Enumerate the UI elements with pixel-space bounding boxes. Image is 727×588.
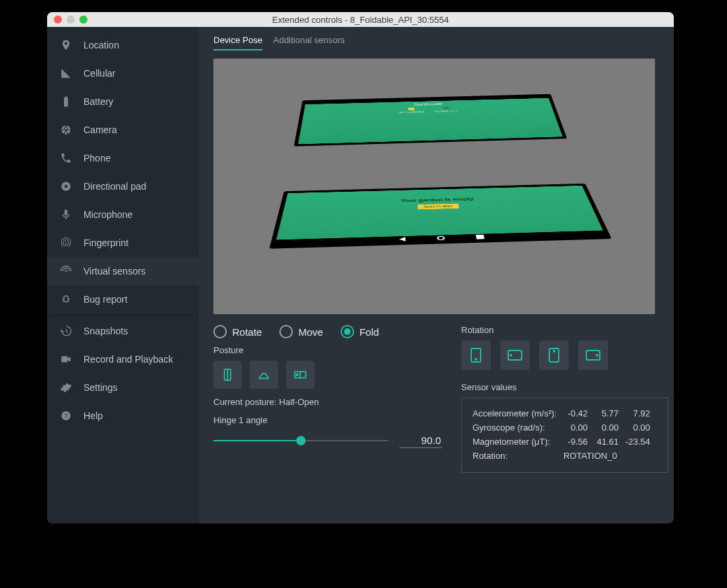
sidebar-item-dpad[interactable]: Directional pad	[47, 172, 199, 200]
sensor-icon	[59, 264, 73, 278]
posture-label: Posture	[213, 345, 442, 355]
signal-icon	[59, 67, 73, 80]
bug-icon	[59, 293, 73, 306]
svg-point-12	[475, 359, 477, 360]
sidebar-item-bug-report[interactable]: Bug report	[47, 285, 199, 314]
sidebar-item-battery[interactable]: Battery	[47, 87, 199, 116]
sidebar-item-label: Help	[83, 410, 103, 421]
help-icon: ?	[59, 409, 73, 422]
mode-fold-radio[interactable]: Fold	[341, 325, 379, 338]
sidebar-item-label: Location	[83, 40, 119, 50]
svg-point-16	[553, 351, 555, 352]
posture-closed-button[interactable]	[213, 361, 242, 389]
sidebar-item-microphone[interactable]: Microphone	[47, 200, 199, 229]
sidebar-item-help[interactable]: ? Help	[47, 402, 199, 430]
device-add-plant-button: ADD PLANT	[418, 204, 459, 210]
sidebar-item-label: Bug report	[83, 294, 127, 305]
sidebar-item-label: Snapshots	[83, 326, 128, 336]
posture-flat-button[interactable]	[286, 361, 314, 389]
titlebar: Extended controls - 8_Foldable_API_30:55…	[47, 12, 674, 27]
sidebar-item-record-playback[interactable]: Record and Playback	[47, 345, 199, 373]
tab-additional-sensors[interactable]: Additional sensors	[273, 35, 345, 50]
svg-text:?: ?	[64, 412, 67, 419]
svg-point-2	[65, 185, 68, 188]
dpad-icon	[59, 180, 73, 193]
sidebar-item-virtual-sensors[interactable]: Virtual sensors	[47, 257, 199, 285]
hinge-angle-label: Hinge 1 angle	[213, 415, 442, 425]
main-panel: Device Pose Additional sensors Sunflower…	[199, 27, 674, 523]
sensor-values-label: Sensor values	[461, 382, 668, 392]
aperture-icon	[59, 123, 73, 137]
sidebar-item-label: Camera	[83, 124, 117, 135]
device-preview[interactable]: Sunflower MY GARDEN PLANT LIST Your gard…	[213, 59, 655, 314]
extended-controls-window: Extended controls - 8_Foldable_API_30:55…	[47, 12, 674, 523]
sidebar-item-label: Cellular	[83, 68, 115, 79]
phone-icon	[59, 151, 73, 165]
sidebar-item-location[interactable]: Location	[47, 31, 199, 59]
sidebar-item-label: Record and Playback	[83, 354, 173, 365]
sidebar-item-label: Microphone	[83, 209, 133, 220]
sidebar: Location Cellular Battery Camera Phone D…	[47, 27, 199, 523]
mode-move-radio[interactable]: Move	[279, 325, 323, 338]
nav-home-icon	[437, 236, 445, 241]
sidebar-item-label: Phone	[83, 153, 110, 163]
sidebar-item-cellular[interactable]: Cellular	[47, 59, 199, 87]
sidebar-item-phone[interactable]: Phone	[47, 144, 199, 172]
gear-icon	[59, 381, 73, 394]
sidebar-item-snapshots[interactable]: Snapshots	[47, 317, 199, 345]
history-icon	[59, 324, 73, 338]
sidebar-item-label: Directional pad	[83, 181, 146, 192]
mode-rotate-radio[interactable]: Rotate	[213, 325, 262, 338]
rotation-90-button[interactable]	[500, 340, 530, 370]
rotation-0-button[interactable]	[461, 340, 491, 370]
tab-device-pose[interactable]: Device Pose	[213, 35, 263, 50]
sensor-values-box: Accelerometer (m/s²):-0.425.777.92 Gyros…	[461, 398, 668, 473]
sidebar-item-label: Settings	[83, 382, 118, 393]
sidebar-item-label: Battery	[83, 96, 113, 107]
svg-point-3	[65, 270, 67, 272]
hinge-angle-slider[interactable]	[213, 440, 388, 441]
svg-point-10	[296, 374, 298, 376]
sidebar-item-settings[interactable]: Settings	[47, 373, 199, 402]
nav-recents-icon	[476, 235, 485, 240]
battery-icon	[59, 95, 73, 108]
fingerprint-icon	[59, 236, 73, 250]
sidebar-item-fingerprint[interactable]: Fingerprint	[47, 229, 199, 257]
sidebar-item-label: Virtual sensors	[83, 266, 145, 277]
rotation-180-button[interactable]	[539, 340, 569, 370]
sidebar-item-camera[interactable]: Camera	[47, 116, 199, 144]
video-icon	[59, 353, 73, 366]
location-pin-icon	[59, 38, 73, 52]
rotation-270-button[interactable]	[578, 340, 608, 370]
rotation-label: Rotation	[461, 325, 668, 335]
current-posture-value: Half-Open	[279, 397, 319, 407]
sidebar-item-label: Fingerprint	[83, 237, 129, 248]
svg-point-18	[596, 355, 598, 356]
svg-point-14	[510, 355, 512, 356]
posture-halfopen-button[interactable]	[250, 361, 278, 389]
nav-back-icon	[399, 237, 406, 242]
hinge-angle-input[interactable]: 90.0	[399, 433, 442, 448]
window-title: Extended controls - 8_Foldable_API_30:55…	[47, 15, 674, 25]
tabs: Device Pose Additional sensors	[213, 35, 655, 50]
mic-icon	[59, 208, 73, 221]
